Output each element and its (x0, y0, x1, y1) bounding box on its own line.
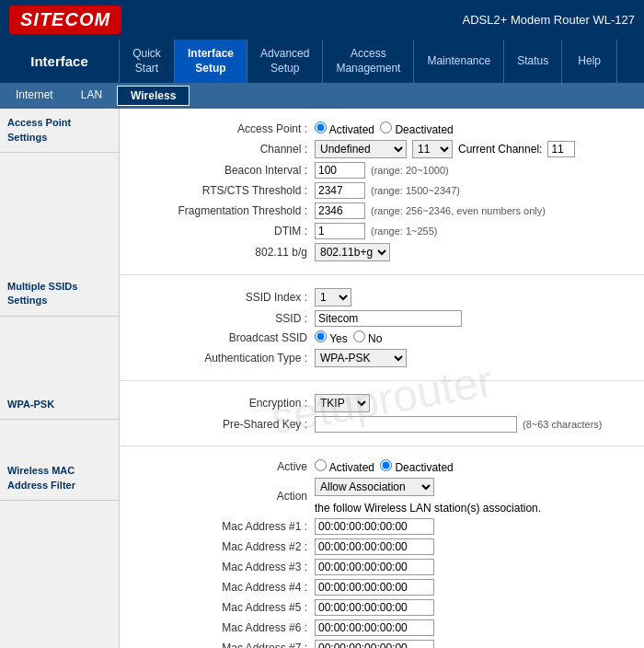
dtim-row: DTIM : (range: 1~255) (131, 223, 633, 239)
dot11-label: 802.11 b/g (131, 246, 315, 259)
sub-tab-wireless[interactable]: Wireless (117, 86, 190, 106)
broadcast-yes-radio[interactable] (315, 330, 327, 342)
mac7-row: Mac Address #7 : (131, 640, 633, 648)
ssid-index-row: SSID Index : 1234 (131, 288, 633, 307)
mac3-field (315, 559, 434, 575)
wpa-psk-section: Encryption : TKIPAES Pre-Shared Key : (8… (120, 381, 644, 446)
channel-select[interactable]: Undefined12345678910111213 (315, 140, 407, 158)
broadcast-no-label[interactable]: No (353, 330, 383, 345)
mac-deactivated-text: Deactivated (395, 461, 453, 474)
preshared-label: Pre-Shared Key : (131, 418, 315, 431)
mac-action-select[interactable]: Allow AssociationDeny Association (315, 478, 434, 496)
mac5-label: Mac Address #5 : (131, 601, 315, 614)
nav-tabs-container: Quick Start Interface Setup Advanced Set… (120, 40, 644, 83)
beacon-row: Beacon Interval : (range: 20~1000) (131, 162, 633, 179)
encryption-select[interactable]: TKIPAES (315, 394, 370, 412)
mac7-field (315, 640, 434, 648)
deactivated-radio[interactable] (380, 122, 392, 133)
mac4-field (315, 579, 434, 596)
dtim-input[interactable] (315, 223, 365, 239)
broadcast-no-text: No (368, 332, 382, 345)
frag-row: Fragmentation Threshold : (range: 256~23… (131, 202, 633, 219)
broadcast-yes-text: Yes (329, 332, 348, 345)
nav-tab-access-management[interactable]: Access Management (323, 40, 414, 83)
mac5-input[interactable] (315, 599, 434, 616)
activated-radio[interactable] (315, 122, 327, 133)
sidebar-wpa-psk: WPA-PSK (0, 390, 119, 420)
ssid-index-field: 1234 (315, 288, 351, 307)
nav-tab-quick-start[interactable]: Quick Start (120, 40, 175, 83)
broadcast-field: Yes No (315, 330, 382, 345)
mac4-label: Mac Address #4 : (131, 581, 315, 594)
beacon-input[interactable] (315, 162, 365, 179)
ssid-index-label: SSID Index : (131, 291, 315, 304)
mac-activated-radio[interactable] (315, 459, 327, 471)
mac6-input[interactable] (315, 619, 434, 636)
frag-input[interactable] (315, 202, 365, 219)
mac1-row: Mac Address #1 : (131, 518, 633, 535)
access-point-label: Access Point : (131, 122, 315, 135)
mac1-input[interactable] (315, 518, 434, 535)
beacon-label: Beacon Interval : (131, 164, 315, 177)
access-point-section: Access Point : Activated Deactivated Cha… (120, 109, 644, 275)
frag-range: (range: 256~2346, even numbers only) (371, 205, 546, 216)
mac2-input[interactable] (315, 538, 434, 555)
mac3-input[interactable] (315, 559, 434, 575)
mac-activated-text: Activated (329, 461, 374, 474)
dot11-field: 802.11b802.11g802.11b+g (315, 243, 390, 261)
preshared-input[interactable] (315, 416, 517, 433)
ssid-input[interactable] (315, 310, 462, 327)
mac-active-label: Active (131, 460, 315, 473)
auth-type-select[interactable]: WPA-PSKWPA2-PSKWPA-PSK/WPA2-PSKNoneWEP (315, 349, 407, 367)
sidebar: Access Point Settings Multiple SSIDs Set… (0, 109, 120, 648)
nav-tab-interface-setup[interactable]: Interface Setup (175, 40, 247, 83)
encryption-row: Encryption : TKIPAES (131, 394, 633, 412)
beacon-range: (range: 20~1000) (371, 165, 449, 176)
auth-type-label: Authentication Type : (131, 352, 315, 364)
current-channel-input[interactable] (547, 141, 575, 157)
mac3-row: Mac Address #3 : (131, 559, 633, 575)
mac-activated-label[interactable]: Activated (315, 459, 374, 474)
encryption-field: TKIPAES (315, 394, 370, 412)
broadcast-no-radio[interactable] (353, 330, 365, 342)
preshared-field: (8~63 characters) (315, 416, 603, 433)
ssid-index-select[interactable]: 1234 (315, 288, 351, 307)
nav-tab-maintenance[interactable]: Maintenance (414, 40, 504, 83)
access-point-row: Access Point : Activated Deactivated (131, 122, 633, 136)
mac-deactivated-label[interactable]: Deactivated (380, 459, 454, 474)
deactivated-text: Deactivated (395, 123, 453, 136)
deactivated-radio-label[interactable]: Deactivated (380, 122, 454, 136)
content-area: setuprouter Access Point : Activated Dea… (120, 109, 644, 648)
mac4-row: Mac Address #4 : (131, 579, 633, 596)
sub-tab-lan[interactable]: LAN (68, 86, 115, 106)
mac-active-row: Active Activated Deactivated (131, 459, 633, 474)
mac3-label: Mac Address #3 : (131, 561, 315, 573)
broadcast-row: Broadcast SSID Yes No (131, 330, 633, 345)
mac5-field (315, 599, 434, 616)
sidebar-access-point: Access Point Settings (0, 109, 119, 153)
mac-deactivated-radio[interactable] (380, 459, 392, 471)
mac4-input[interactable] (315, 579, 434, 596)
nav-tab-status[interactable]: Status (504, 40, 562, 83)
dot11-row: 802.11 b/g 802.11b802.11g802.11b+g (131, 243, 633, 261)
nav-tab-advanced-setup[interactable]: Advanced Setup (247, 40, 323, 83)
rts-range: (range: 1500~2347) (371, 185, 460, 196)
sidebar-multiple-ssids: Multiple SSIDs Settings (0, 272, 119, 317)
activated-radio-label[interactable]: Activated (315, 122, 374, 136)
channel-field: Undefined12345678910111213 11 Current Ch… (315, 140, 575, 158)
rts-row: RTS/CTS Threshold : (range: 1500~2347) (131, 182, 633, 199)
broadcast-yes-label[interactable]: Yes (315, 330, 348, 345)
current-channel-label: Current Channel: (458, 143, 542, 156)
channel-num-select[interactable]: 11 (412, 140, 453, 158)
rts-input[interactable] (315, 182, 365, 199)
frag-field: (range: 256~2346, even numbers only) (315, 202, 546, 219)
nav-tab-help[interactable]: Help (562, 40, 617, 83)
dtim-range: (range: 1~255) (371, 226, 437, 237)
mac6-row: Mac Address #6 : (131, 619, 633, 636)
sub-tab-internet[interactable]: Internet (3, 86, 66, 106)
dot11-select[interactable]: 802.11b802.11g802.11b+g (315, 243, 390, 261)
preshared-row: Pre-Shared Key : (8~63 characters) (131, 416, 633, 433)
auth-type-field: WPA-PSKWPA2-PSKWPA-PSK/WPA2-PSKNoneWEP (315, 349, 407, 367)
mac7-input[interactable] (315, 640, 434, 648)
encryption-label: Encryption : (131, 397, 315, 410)
